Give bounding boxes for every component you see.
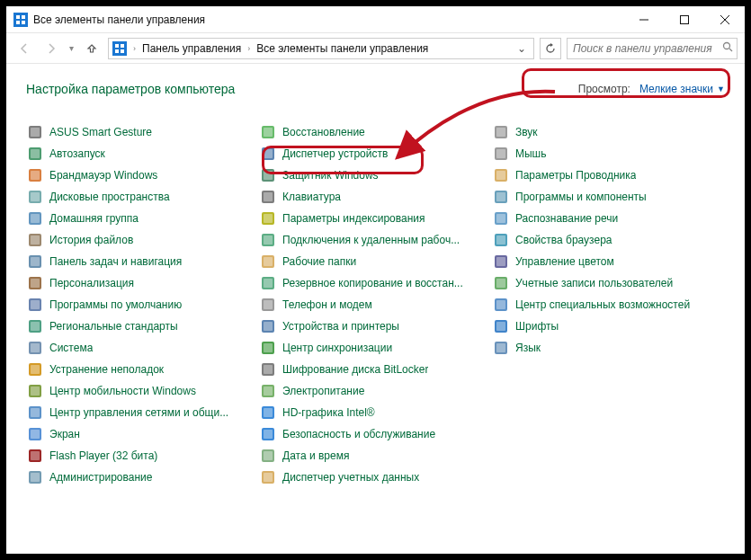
item-label: Центр синхронизации (282, 342, 392, 354)
item-icon (261, 362, 275, 377)
svg-rect-23 (31, 214, 40, 223)
svg-rect-55 (264, 192, 273, 201)
svg-rect-61 (264, 257, 273, 266)
path-dropdown-chevron[interactable]: ⌄ (514, 42, 530, 55)
item-label: Дисковые пространства (49, 191, 170, 203)
close-button[interactable] (704, 6, 745, 32)
item-icon (28, 298, 42, 312)
cp-item[interactable]: Клавиатура (259, 186, 492, 208)
svg-rect-99 (496, 300, 505, 309)
cp-item[interactable]: Брандмауэр Windows (26, 164, 259, 186)
cp-item[interactable]: Язык (492, 337, 725, 359)
cp-item[interactable]: Домашняя группа (26, 208, 259, 229)
item-icon (494, 298, 508, 312)
cp-item[interactable]: Персонализация (26, 272, 259, 294)
svg-rect-29 (31, 279, 40, 288)
cp-item[interactable]: Электропитание (259, 380, 492, 402)
item-icon (261, 190, 275, 204)
cp-item[interactable]: Администрирование (26, 467, 259, 488)
cp-item[interactable]: Дисковые пространства (26, 186, 259, 208)
cp-item[interactable]: Центр управления сетями и общи... (26, 402, 259, 423)
minimize-button[interactable] (623, 6, 664, 32)
view-value-dropdown[interactable]: Мелкие значки ▼ (639, 83, 725, 95)
cp-item[interactable]: ASUS Smart Gesture (26, 121, 259, 143)
item-label: Клавиатура (282, 191, 341, 203)
cp-item[interactable]: Телефон и модем (259, 294, 492, 316)
cp-item[interactable]: Свойства браузера (492, 229, 725, 251)
titlebar: Все элементы панели управления (6, 6, 745, 33)
refresh-button[interactable] (540, 38, 561, 59)
cp-item[interactable]: Параметры индексирования (259, 208, 492, 229)
back-button[interactable] (13, 38, 35, 59)
item-label: Flash Player (32 бита) (49, 449, 157, 462)
item-icon (261, 427, 275, 441)
breadcrumb-path[interactable]: › Панель управления › Все элементы панел… (108, 38, 534, 59)
crumb-all-items[interactable]: Все элементы панели управления (256, 42, 428, 55)
svg-rect-73 (264, 387, 273, 396)
cp-item[interactable]: Дата и время (259, 445, 492, 467)
svg-rect-93 (496, 236, 505, 244)
cp-item[interactable]: Система (26, 337, 259, 359)
item-label: Восстановление (282, 126, 365, 138)
cp-item[interactable]: Диспетчер устройств (259, 143, 492, 164)
cp-item[interactable]: Восстановление (259, 121, 492, 143)
cp-item[interactable]: Управление цветом (492, 251, 725, 272)
cp-item[interactable]: Устранение неполадок (26, 359, 259, 380)
cp-item[interactable]: Подключения к удаленным рабоч... (259, 229, 492, 251)
cp-item[interactable]: Центр мобильности Windows (26, 380, 259, 402)
cp-item[interactable]: Центр специальных возможностей (492, 294, 725, 316)
cp-item[interactable]: История файлов (26, 229, 259, 251)
item-label: Программы по умолчанию (49, 298, 182, 311)
svg-rect-95 (496, 257, 505, 266)
cp-item[interactable]: Программы по умолчанию (26, 294, 259, 316)
view-chooser[interactable]: Просмотр: Мелкие значки ▼ (578, 83, 725, 95)
svg-line-13 (729, 49, 732, 51)
cp-item[interactable]: Параметры Проводника (492, 164, 725, 186)
cp-item[interactable]: Распознавание речи (492, 208, 725, 229)
path-control-panel-icon (112, 41, 127, 56)
item-label: Центр специальных возможностей (515, 298, 690, 311)
item-label: HD-графика Intel® (282, 406, 375, 419)
cp-item[interactable]: Шифрование диска BitLocker (259, 359, 492, 380)
search-input[interactable] (571, 41, 719, 56)
cp-item[interactable]: Региональные стандарты (26, 316, 259, 337)
cp-item[interactable]: Панель задач и навигация (26, 251, 259, 272)
cp-item[interactable]: Учетные записи пользователей (492, 272, 725, 294)
cp-item[interactable]: Экран (26, 423, 259, 445)
cp-item[interactable]: Защитник Windows (259, 164, 492, 186)
cp-item[interactable]: Автозапуск (26, 143, 259, 164)
cp-item[interactable]: Программы и компоненты (492, 186, 725, 208)
up-button[interactable] (81, 38, 103, 59)
recent-locations-chevron[interactable]: ▾ (67, 43, 76, 53)
search-icon[interactable] (722, 41, 733, 55)
cp-item[interactable]: Flash Player (32 бита) (26, 445, 259, 467)
item-icon (494, 168, 508, 182)
forward-button[interactable] (40, 38, 62, 59)
cp-item[interactable]: Устройства и принтеры (259, 316, 492, 337)
cp-item[interactable]: Диспетчер учетных данных (259, 467, 492, 488)
svg-rect-0 (16, 15, 20, 19)
item-icon (261, 276, 275, 290)
cp-item[interactable]: Безопасность и обслуживание (259, 423, 492, 445)
crumb-control-panel[interactable]: Панель управления (142, 42, 241, 55)
item-label: Дата и время (282, 449, 349, 462)
cp-item[interactable]: Резервное копирование и восстан... (259, 272, 492, 294)
maximize-button[interactable] (664, 6, 704, 32)
cp-item[interactable]: Мышь (492, 143, 725, 164)
page-title: Настройка параметров компьютера (26, 82, 235, 96)
chevron-right-icon[interactable]: › (245, 44, 253, 53)
svg-rect-37 (31, 365, 40, 374)
svg-rect-75 (264, 408, 273, 417)
search-box[interactable] (567, 38, 738, 59)
cp-item[interactable]: Центр синхронизации (259, 337, 492, 359)
cp-item[interactable]: HD-графика Intel® (259, 402, 492, 423)
svg-rect-83 (496, 128, 505, 137)
item-label: Автозапуск (49, 147, 105, 160)
chevron-right-icon[interactable]: › (130, 44, 139, 53)
item-grid: ASUS Smart GestureАвтозапускБрандмауэр W… (26, 121, 725, 488)
cp-item[interactable]: Шрифты (492, 316, 725, 337)
cp-item[interactable]: Рабочие папки (259, 251, 492, 272)
item-label: Устройства и принтеры (282, 320, 399, 333)
item-icon (28, 276, 42, 290)
cp-item[interactable]: Звук (492, 121, 725, 143)
